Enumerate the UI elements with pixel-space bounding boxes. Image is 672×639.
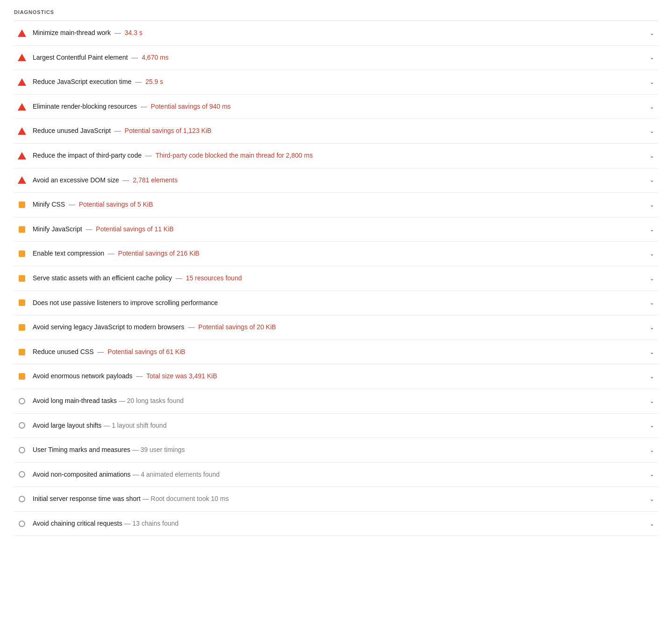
separator: — — [96, 348, 106, 355]
chevron-icon: ⌄ — [650, 373, 654, 380]
item-left: Avoid non-composited animations — 4 anim… — [18, 470, 644, 479]
separator: — — [112, 127, 123, 134]
item-left: Minimize main-thread work — 34.3 s — [18, 28, 644, 38]
diagnostic-item-dom-size[interactable]: Avoid an excessive DOM size — 2,781 elem… — [14, 168, 658, 193]
chevron-icon: ⌄ — [650, 521, 654, 527]
triangle-icon — [18, 127, 26, 135]
separator: — — [84, 225, 94, 233]
item-label: Avoid chaining critical requests — [33, 520, 122, 527]
diagnostic-item-cache-policy[interactable]: Serve static assets with an efficient ca… — [14, 266, 658, 291]
item-detail: 2,781 elements — [133, 176, 178, 184]
item-left: Avoid long main-thread tasks — 20 long t… — [18, 396, 644, 406]
item-left: Initial server response time was short —… — [18, 494, 644, 504]
item-label: Reduce unused CSS — [33, 348, 94, 355]
diagnostic-item-network-payloads[interactable]: Avoid enormous network payloads — Total … — [14, 364, 658, 389]
diagnostic-item-minify-js[interactable]: Minify JavaScript — Potential savings of… — [14, 217, 658, 242]
item-detail: 15 resources found — [186, 274, 242, 282]
item-left: Serve static assets with an efficient ca… — [18, 274, 644, 283]
diagnostic-item-unused-css[interactable]: Reduce unused CSS — Potential savings of… — [14, 340, 658, 365]
square-icon — [18, 201, 26, 209]
chevron-icon: ⌄ — [650, 153, 654, 159]
circle-icon — [18, 470, 26, 479]
item-detail: — 39 user timings — [130, 446, 185, 453]
triangle-icon — [18, 29, 26, 37]
diagnostic-item-chaining-requests[interactable]: Avoid chaining critical requests — 13 ch… — [14, 512, 658, 536]
item-left: Minify CSS — Potential savings of 5 KiB — [18, 200, 644, 209]
item-text: Reduce unused CSS — Potential savings of… — [33, 347, 185, 357]
item-text: User Timing marks and measures — 39 user… — [33, 445, 185, 455]
diagnostic-item-minimize-main-thread[interactable]: Minimize main-thread work — 34.3 s ⌄ — [14, 21, 658, 46]
diagnostic-item-legacy-js[interactable]: Avoid serving legacy JavaScript to moder… — [14, 315, 658, 340]
chevron-icon: ⌄ — [650, 447, 654, 453]
chevron-icon: ⌄ — [650, 226, 654, 233]
diagnostic-item-layout-shifts[interactable]: Avoid large layout shifts — 1 layout shi… — [14, 414, 658, 438]
item-left: Largest Contentful Paint element — 4,670… — [18, 53, 644, 63]
item-label: User Timing marks and measures — [33, 446, 130, 453]
item-detail: — 20 long tasks found — [117, 397, 183, 404]
diagnostic-item-reduce-unused-js[interactable]: Reduce unused JavaScript — Potential sav… — [14, 119, 658, 144]
chevron-icon: ⌄ — [650, 30, 654, 36]
separator: — — [143, 152, 154, 159]
diagnostic-item-passive-listeners[interactable]: Does not use passive listeners to improv… — [14, 291, 658, 316]
chevron-icon: ⌄ — [650, 201, 654, 208]
item-text: Does not use passive listeners to improv… — [33, 299, 218, 308]
item-text: Avoid long main-thread tasks — 20 long t… — [33, 396, 184, 406]
chevron-icon: ⌄ — [650, 275, 654, 282]
diagnostics-container: DIAGNOSTICS Minimize main-thread work — … — [0, 0, 672, 545]
item-left: Reduce unused CSS — Potential savings of… — [18, 347, 644, 357]
chevron-icon: ⌄ — [650, 496, 654, 502]
chevron-icon: ⌄ — [650, 324, 654, 331]
item-left: Does not use passive listeners to improv… — [18, 299, 644, 308]
diagnostic-item-eliminate-render-blocking[interactable]: Eliminate render-blocking resources — Po… — [14, 95, 658, 119]
diagnostic-item-largest-contentful-paint[interactable]: Largest Contentful Paint element — 4,670… — [14, 46, 658, 70]
item-text: Reduce unused JavaScript — Potential sav… — [33, 126, 211, 136]
item-detail: — 1 layout shift found — [102, 422, 167, 429]
diagnostic-item-reduce-js-execution[interactable]: Reduce JavaScript execution time — 25.9 … — [14, 70, 658, 95]
chevron-icon: ⌄ — [650, 104, 654, 110]
item-left: Reduce JavaScript execution time — 25.9 … — [18, 77, 644, 87]
item-text: Minify CSS — Potential savings of 5 KiB — [33, 200, 153, 209]
triangle-icon — [18, 176, 26, 184]
circle-icon — [18, 421, 26, 430]
item-text: Avoid large layout shifts — 1 layout shi… — [33, 421, 167, 431]
separator: — — [67, 201, 77, 208]
item-detail: 4,670 ms — [142, 54, 169, 61]
item-label: Minify JavaScript — [33, 225, 82, 233]
diagnostic-item-third-party-code[interactable]: Reduce the impact of third-party code — … — [14, 144, 658, 168]
diagnostic-item-long-tasks[interactable]: Avoid long main-thread tasks — 20 long t… — [14, 389, 658, 414]
item-text: Eliminate render-blocking resources — Po… — [33, 102, 231, 111]
square-icon — [18, 250, 26, 258]
square-icon — [18, 225, 26, 234]
item-text: Serve static assets with an efficient ca… — [33, 274, 242, 283]
item-detail: Potential savings of 216 KiB — [118, 250, 199, 257]
item-left: Avoid enormous network payloads — Total … — [18, 372, 644, 381]
item-label: Enable text compression — [33, 250, 104, 257]
item-detail: — 4 animated elements found — [131, 471, 220, 478]
item-label: Eliminate render-blocking resources — [33, 103, 137, 110]
item-text: Avoid non-composited animations — 4 anim… — [33, 470, 220, 479]
item-detail: Potential savings of 11 KiB — [96, 225, 174, 233]
item-text: Avoid enormous network payloads — Total … — [33, 372, 217, 381]
diagnostic-item-user-timing[interactable]: User Timing marks and measures — 39 user… — [14, 438, 658, 463]
item-label: Minify CSS — [33, 201, 65, 208]
chevron-icon: ⌄ — [650, 299, 654, 306]
item-left: Avoid serving legacy JavaScript to moder… — [18, 323, 644, 332]
diagnostic-item-non-composited-animations[interactable]: Avoid non-composited animations — 4 anim… — [14, 463, 658, 487]
item-detail: 25.9 s — [145, 78, 163, 85]
item-label: Avoid serving legacy JavaScript to moder… — [33, 323, 184, 331]
section-title: DIAGNOSTICS — [14, 9, 658, 15]
separator: — — [134, 372, 145, 380]
item-text: Minify JavaScript — Potential savings of… — [33, 225, 174, 234]
chevron-icon: ⌄ — [650, 471, 654, 478]
diagnostic-item-minify-css[interactable]: Minify CSS — Potential savings of 5 KiB … — [14, 193, 658, 217]
triangle-icon — [18, 103, 26, 111]
diagnostic-item-text-compression[interactable]: Enable text compression — Potential savi… — [14, 242, 658, 266]
item-detail: Total size was 3,491 KiB — [147, 372, 217, 380]
square-icon — [18, 323, 26, 332]
separator: — — [186, 323, 196, 331]
item-left: Enable text compression — Potential savi… — [18, 249, 644, 258]
diagnostic-item-server-response[interactable]: Initial server response time was short —… — [14, 487, 658, 512]
item-left: Avoid an excessive DOM size — 2,781 elem… — [18, 176, 644, 185]
item-text: Avoid serving legacy JavaScript to moder… — [33, 323, 276, 332]
item-label: Reduce unused JavaScript — [33, 127, 111, 134]
